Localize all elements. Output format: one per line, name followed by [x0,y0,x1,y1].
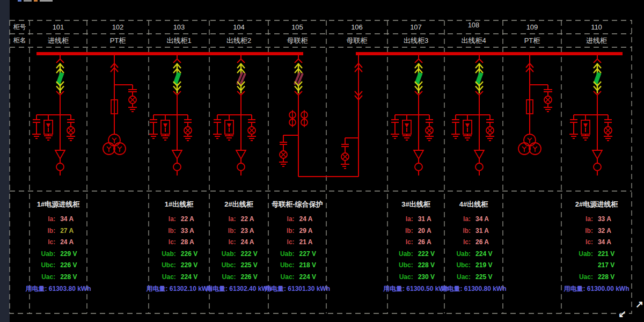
ubc-label [561,261,593,270]
uab-value: 222 V [413,250,435,259]
energy-value: 61303.80 kWh [49,285,91,292]
cabinet-number-105: 105 [268,20,326,34]
cabinet-number-108: 108 [444,18,503,32]
breaker-107[interactable] [414,55,422,95]
energy-row: 用电量: 61300.80 kWh [441,284,506,294]
ib-value: 29 A [295,227,313,236]
cabinet-number-107: 107 [387,20,444,34]
energy-value: 61300.80 kWh [464,285,507,292]
ic-label: Ic: [444,238,471,247]
cabinet-number-102: 102 [87,20,149,34]
cabinet-number-104: 104 [209,20,268,34]
column-110-diagram [569,55,612,175]
uab-label: Uab: [561,250,593,259]
energy-label: 用电量: [441,285,462,292]
ia-label: Ia: [149,215,176,224]
uab-value: 229 V [55,250,77,259]
panel-title: 4#出线柜 [444,200,503,209]
cabinet-name-110: 进线柜 [561,34,632,47]
ubc-label: Ubc: [387,261,413,270]
energy-label: 用电量: [146,285,167,292]
column-107-diagram [391,55,434,175]
uac-value: 230 V [413,273,435,282]
ic-value: 24 A [236,238,254,247]
column-102-diagram [103,55,137,155]
ubc-value: 226 V [55,261,77,270]
uac-value: 224 V [295,273,316,282]
ic-value: 34 A [593,238,611,247]
ia-value: 34 A [55,215,74,224]
row-label-cabinet-name: 柜名 [10,34,30,47]
ia-label: Ia: [209,215,236,224]
cabinet-number-106: 106 [326,20,387,34]
cabinet-name-104: 出线柜2 [209,34,268,47]
ic-value: 28 A [176,238,194,247]
ubc-label: Ubc: [444,261,471,270]
ia-label: Ia: [268,215,295,224]
uab-label: Uab: [444,250,471,259]
ubc-label: Ubc: [209,261,236,270]
cabinet-name-103: 出线柜1 [149,34,209,47]
cabinet-number-103: 103 [149,20,209,34]
ib-value: 31 A [471,227,489,236]
uab-label: Uab: [30,250,55,259]
meter-panel-101: 1#电源进线柜 Ia:34 A Ib:27 A Ic:24 A Uab:229 … [30,191,87,314]
panel-title: 1#出线柜 [149,200,209,209]
panel-title: 2#电源进线柜 [561,200,632,209]
column-105-diagram [279,55,308,177]
ia-label: Ia: [444,215,471,224]
energy-label: 用电量: [206,285,228,292]
cabinet-name-101: 进线柜 [30,34,87,47]
isolator-106[interactable] [341,55,362,177]
cabinet-name-108: 出线柜4 [444,34,503,47]
breaker-103[interactable] [173,55,181,95]
ib-value: 23 A [236,227,254,236]
meter-panel-104: 2#出线柜 Ia:22 A Ib:23 A Ic:24 A Uab:222 V … [209,191,268,314]
uab-label: Uab: [209,250,236,259]
column-104-diagram [213,55,256,175]
ic-label: Ic: [209,238,236,247]
ic-label: Ic: [149,238,176,247]
breaker-105[interactable] [295,55,303,95]
ia-label: Ia: [561,215,593,224]
panel-title: 母联柜-综合保护 [268,200,326,209]
ic-value: 21 A [295,238,313,247]
uab-value: 222 V [236,250,258,259]
column-103-diagram [149,55,192,175]
panel-title: 3#出线柜 [387,200,444,209]
column-109-diagram [518,55,552,155]
ia-label: Ia: [387,215,413,224]
cabinet-name-105: 母联柜 [268,34,326,47]
ubc-value: 219 V [471,261,492,270]
ib-value: 32 A [593,227,611,236]
uac-label: Uac: [209,273,236,282]
uac-value: 226 V [236,273,258,282]
scada-screen: 柜号 柜名 101 102 103 104 105 106 107 108 10… [0,0,644,322]
cabinet-name-107: 出线柜3 [387,34,444,47]
ib-label: Ib: [561,227,593,236]
ia-value: 33 A [593,215,611,224]
uab-value: 224 V [471,250,492,259]
ubc-value: 225 V [236,261,258,270]
breaker-101[interactable] [56,55,64,95]
column-106-diagram [341,55,362,177]
uab-label: Uab: [268,250,295,259]
uab-label: Uab: [387,250,413,259]
ib-label: Ib: [209,227,236,236]
cabinet-number-109: 109 [503,20,561,34]
energy-row: 用电量: 61303.80 kWh [25,284,91,294]
breaker-104[interactable] [237,55,245,95]
breaker-110[interactable] [593,55,601,95]
uab-value: 221 V [593,250,614,259]
uac-label: Uac: [30,273,55,282]
row-label-cabinet-number: 柜号 [10,20,30,34]
cabinet-number-101: 101 [30,20,87,34]
ib-value: 33 A [176,227,194,236]
uac-label: Uac: [561,273,593,282]
ib-value: 27 A [55,227,74,236]
ia-value: 34 A [471,215,489,224]
left-edge-strip [0,0,10,322]
energy-value: 61300.00 kWh [587,285,630,292]
breaker-108[interactable] [475,55,483,95]
meter-panel-103: 1#出线柜 Ia:22 A Ib:33 A Ic:28 A Uab:226 V … [149,191,209,314]
